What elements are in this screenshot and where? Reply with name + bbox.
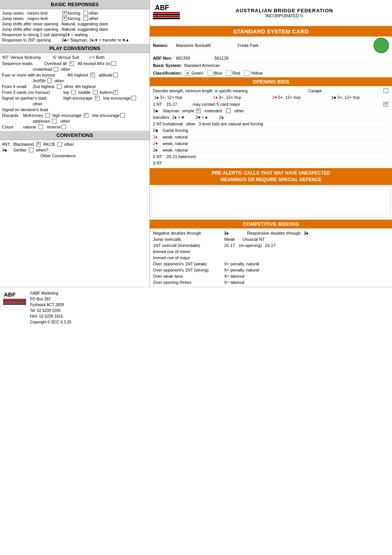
count-natural-checkbox[interactable] [38, 125, 43, 129]
from4-small-label: From 4 small [2, 84, 33, 89]
from3-top-checkbox[interactable] [71, 90, 76, 95]
resp-2nt-label: Responses to 2NT opening [2, 38, 61, 42]
svg-text:ABF: ABF [4, 291, 16, 298]
pre-alerts-text: PRE-ALERTS: CALLS THAT MAY HAVE UNEXPECT… [152, 170, 390, 183]
signal-declarer-label: Signal on declarer's lead [2, 107, 48, 112]
signal-high-checkbox[interactable] [95, 96, 100, 100]
underlead-checkbox[interactable] [54, 67, 58, 72]
over-opening-threes-row: Over opening threes X= takeout [153, 279, 389, 285]
classification-label: Classification: [153, 71, 182, 75]
right-panel: ABF AUSTRALIAN BRIDGE FEDERATION INCORPO… [150, 0, 392, 287]
one-spade-desc: 3+, 12+ hcp [160, 95, 182, 100]
one-diamond-cell: 1♦ 3+, 12+ hcp [212, 95, 271, 100]
count-label: Count [2, 125, 23, 129]
rkcb-checkbox[interactable] [57, 142, 62, 147]
jr-majors-forcing-checkbox[interactable] [62, 16, 67, 21]
discards-row: Discards McKenney high encourage low enc… [2, 112, 148, 118]
blackwood-checkbox[interactable] [36, 142, 41, 147]
red-option: Red [226, 70, 240, 76]
signal-partner-label: Signal on partner's lead: [2, 96, 63, 100]
gerber-checkbox[interactable] [29, 148, 33, 152]
jr-minors-forcing-checkbox[interactable] [62, 11, 67, 15]
jr-majors-other-checkbox[interactable] [83, 16, 88, 21]
green-classification-circle [374, 38, 389, 53]
attitude-label: attitude [99, 73, 113, 77]
simple-checkbox[interactable] [196, 108, 201, 113]
competitive-bidding-header: COMPETITIVE BIDDING [150, 220, 392, 228]
extended-label: extended [204, 108, 222, 113]
signal-low-checkbox[interactable] [131, 96, 136, 100]
abf-header: ABF AUSTRALIAN BRIDGE FEDERATION INCORPO… [150, 0, 392, 26]
overlead-all-checkbox[interactable] [69, 61, 74, 66]
one-nt-range1: 15-17 [224, 243, 235, 248]
extended-checkbox[interactable] [226, 108, 231, 113]
signal-other-label: other [33, 102, 42, 106]
discards-high-checkbox[interactable] [84, 113, 88, 118]
svg-rect-6 [3, 299, 26, 300]
yellow-checkbox[interactable] [244, 70, 249, 76]
mckenney-label: McKenney [23, 113, 43, 118]
svg-text:ABF: ABF [155, 4, 169, 12]
discards-low-checkbox[interactable] [120, 113, 125, 118]
two-clubs-symbol: 2♣ [153, 108, 163, 113]
from3-bottom-checkbox[interactable] [113, 90, 118, 95]
stayman-label: Stayman: [163, 108, 180, 113]
blue-checkbox[interactable] [207, 70, 213, 76]
from3-middle-checkbox[interactable] [93, 90, 98, 95]
jr-minors-other-checkbox[interactable] [83, 11, 88, 15]
red-checkbox[interactable] [226, 70, 231, 76]
from3-top-label: top [63, 90, 69, 95]
discards-label: Discards [2, 113, 23, 118]
unusual-nt-label: Unusual NT [243, 237, 265, 242]
abf-no1: 681393 [176, 56, 214, 60]
count-reverse-checkbox[interactable] [61, 125, 66, 129]
four-more-label: Four or more with an honour [2, 73, 67, 77]
js-major-label: Jump shifts after major opening [2, 27, 61, 32]
signal-low-enc-label: low encourage [103, 96, 131, 100]
green-checkbox[interactable] [185, 70, 190, 76]
gerber-row: 4♣ Gerber when? [2, 147, 148, 153]
both-label: ✓= Both [89, 55, 105, 60]
red-label: Red [233, 71, 240, 75]
odd-even-checkbox[interactable] [52, 119, 56, 123]
mckenney-checkbox[interactable] [45, 113, 50, 118]
over-opp-1nt-weak-row: Over opponent's 1NT (weak) X= penalty, n… [153, 261, 389, 267]
conventions-writing-area [2, 158, 148, 235]
from4-2nd-checkbox[interactable] [57, 84, 61, 89]
rkcb-label: RKCB [43, 142, 55, 147]
nt-versus-label: 'NT' Versus Notrump [2, 55, 41, 60]
abf-nos-row: ABF Nos: 681393 561126 [150, 55, 392, 62]
basic-system-value: Standard American [184, 63, 220, 68]
one-nt-checkbox[interactable] [384, 102, 388, 107]
two-hearts-row: 2♥ weak, natural [153, 140, 389, 147]
jr-minors-other-label: other [89, 11, 98, 15]
jr-majors-label: Jump raises - majors limit [2, 16, 61, 21]
canape-checkbox[interactable] [384, 88, 388, 93]
attitude-checkbox[interactable] [113, 73, 118, 77]
transfers-row: transfers 2♦ = ♥ 2♥ = ♠ 2♠ [153, 114, 389, 121]
names-label: Names: [153, 43, 176, 48]
svg-rect-7 [3, 300, 26, 302]
all-except-checkbox[interactable] [111, 61, 116, 66]
basic-responses-header: BASIC RESPONSES [0, 0, 149, 9]
conventions-header: CONVENTIONS [0, 131, 149, 140]
one-club-cell: 1♣ 5+, 12+ hcp [330, 95, 389, 100]
name2: Freda Park [238, 43, 258, 48]
names-row: Names: Marianne Bookalill Freda Park [150, 37, 392, 55]
one-nt-row: 1 NT 15-17 may contain 5 card major [153, 101, 389, 108]
fourth-highest-checkbox[interactable] [90, 73, 95, 77]
third-fifth-checkbox[interactable] [47, 78, 52, 83]
resp-2nt-value: 3♣= Stayman, 3♦,♥ = transfer to ♥,♠ [61, 38, 128, 42]
resp-doubles-label: Responsive doubles through [247, 231, 301, 235]
footer-copyright: ©ABF Marketing [30, 290, 71, 296]
basic-responses-section: Jump raises - minors limit forcing other… [0, 9, 149, 44]
footer: ABF ©ABF Marketing PO Box 397 Fyshwick A… [0, 287, 392, 328]
transfers-label: transfers [153, 115, 172, 120]
over-weak-twos-value: X= takeout [224, 274, 244, 278]
4nt-row: 4NT: Blackwood RKCB other [2, 141, 148, 147]
opening-bids-header: OPENING BIDS [150, 77, 392, 86]
underlead-other-label: other [61, 67, 70, 72]
js-major-row: Jump shifts after major opening Natural,… [2, 27, 148, 32]
gerber-when-label: when? [36, 148, 48, 152]
svg-rect-1 [153, 12, 180, 13]
